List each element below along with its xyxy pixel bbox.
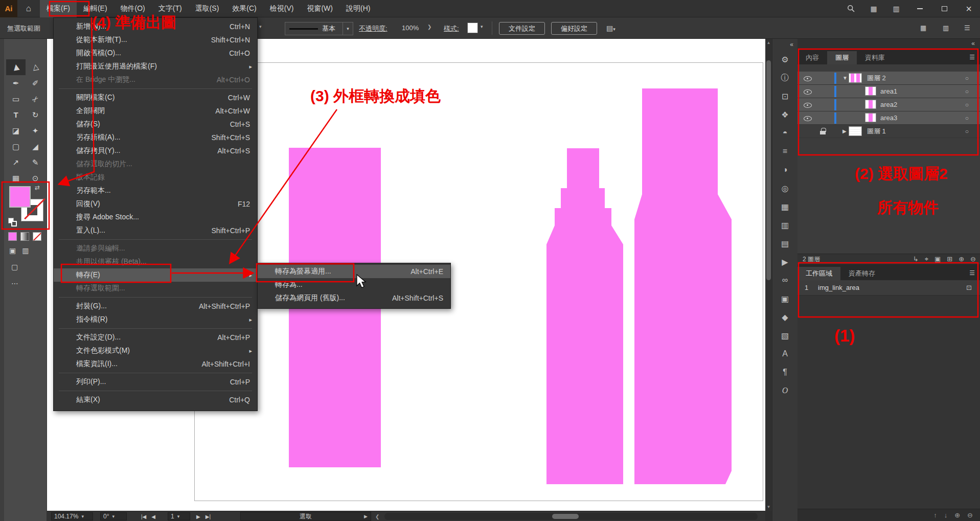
rectangle-tool[interactable] (6, 91, 26, 107)
visibility-icon[interactable] (804, 74, 812, 82)
artboard-nav-select[interactable]: 1▾ (168, 512, 190, 520)
expand-panels-icon[interactable]: « (790, 39, 797, 50)
target-icon[interactable] (965, 88, 969, 95)
file-menu-item-save-a-copy[interactable]: 儲存拷貝(Y)...Alt+Ctrl+S (54, 144, 257, 157)
stroke-style-select[interactable]: 基本 ▾ (285, 22, 353, 35)
transform-icon[interactable]: ▤ (772, 234, 798, 253)
tab-artboards[interactable]: 工作區域 (797, 267, 840, 280)
zoom-level-select[interactable]: 104.17%▾ (51, 512, 93, 520)
links-icon[interactable]: ∞ (772, 271, 798, 289)
change-screen-mode-icon[interactable]: ▢ (11, 263, 18, 271)
eraser-tool[interactable] (6, 123, 26, 139)
rotation-select[interactable]: 0°▾ (100, 512, 127, 520)
menu-view[interactable]: 檢視(V) (263, 0, 301, 17)
edit-toolbar-icon[interactable]: ⋯ (11, 279, 18, 287)
menu-select[interactable]: 選取(S) (189, 0, 226, 17)
close-button[interactable] (958, 0, 980, 17)
document-arrange-icon[interactable] (920, 24, 926, 32)
opacity-flyout-icon[interactable]: ❯ (427, 24, 431, 30)
tab-libraries[interactable]: 資料庫 (857, 51, 893, 64)
tab-properties[interactable]: 內容 (797, 51, 827, 64)
file-menu-item-save-as-template[interactable]: 另存範本... (54, 184, 257, 197)
layer-name[interactable]: area1 (880, 87, 897, 95)
draw-normal-icon[interactable]: ▣ (9, 246, 16, 255)
submenu-item-export-for-screens[interactable]: 轉存為螢幕適用...Alt+Ctrl+E (258, 265, 450, 278)
new-layer-icon[interactable]: ⊕ (959, 255, 964, 263)
horizontal-scrollbar[interactable] (384, 513, 758, 520)
file-menu-item-close[interactable]: 關閉檔案(C)Ctrl+W (54, 91, 257, 104)
preferences-button[interactable]: 偏好設定 (551, 22, 597, 35)
direct-selection-tool[interactable] (26, 59, 45, 75)
file-menu-item-new-from-template[interactable]: 從範本新增(T)...Shift+Ctrl+N (54, 33, 257, 47)
status-flyout-icon[interactable]: ▶ (364, 514, 368, 519)
minimize-button[interactable] (908, 0, 931, 17)
layer-row-area2[interactable]: area2 (797, 98, 980, 111)
opacity-value[interactable]: 100% (402, 24, 419, 32)
type-tool[interactable] (6, 107, 26, 123)
pen-tool[interactable] (6, 75, 26, 91)
file-menu-item-exit[interactable]: 結束(X)Ctrl+Q (54, 393, 257, 406)
menu-file[interactable]: 檔案(F) (40, 0, 77, 17)
tab-asset-export[interactable]: 資產轉存 (840, 267, 883, 280)
chevron-right-icon[interactable]: ▶ (842, 128, 847, 134)
file-menu-item-revert[interactable]: 回復(V)F12 (54, 197, 257, 211)
graph-icon[interactable]: ▥ (772, 216, 798, 234)
search-icon[interactable] (841, 0, 861, 17)
delete-layer-icon[interactable]: ⊖ (970, 255, 976, 263)
file-menu-item-place[interactable]: 置入(L)...Shift+Ctrl+P (54, 224, 257, 237)
menu-effect[interactable]: 效果(C) (225, 0, 263, 17)
gradient-mesh-icon[interactable]: ◓ (772, 124, 798, 142)
style-swatch[interactable] (467, 22, 478, 33)
vertical-scroll-thumb[interactable] (766, 60, 771, 280)
restore-button[interactable] (933, 0, 955, 17)
draw-behind-icon[interactable]: ▥ (22, 246, 29, 255)
splitter-icon[interactable]: ❮ (375, 512, 379, 520)
home-icon[interactable]: ⌂ (17, 0, 40, 17)
arrange-documents-icon[interactable] (886, 0, 906, 17)
stroke-icon[interactable]: ≡ (772, 142, 798, 161)
layer-name[interactable]: area2 (880, 101, 897, 108)
layer-row-area3[interactable]: area3 (797, 111, 980, 125)
workspace-switcher-icon[interactable] (863, 0, 884, 17)
file-menu-item-save[interactable]: 儲存(S)Ctrl+S (54, 118, 257, 131)
target-icon[interactable] (965, 115, 969, 122)
artboards-icon[interactable]: ⊡ (772, 87, 798, 105)
paintbrush-tool[interactable] (26, 75, 45, 91)
file-menu-item-document-setup[interactable]: 文件設定(D)...Alt+Ctrl+P (54, 331, 257, 344)
tool-options-icon[interactable]: ▤▾ (606, 24, 616, 32)
pencil-tool[interactable] (26, 154, 45, 170)
previous-artboard-icon[interactable]: ◀ (151, 514, 155, 519)
appearance-icon[interactable]: O (772, 381, 798, 400)
menu-window[interactable]: 視窗(W) (300, 0, 339, 17)
asset-export-icon[interactable]: ▣ (772, 289, 798, 308)
control-bar-menu-icon[interactable] (964, 24, 970, 32)
move-down-icon[interactable]: ↓ (944, 511, 948, 519)
character-icon[interactable]: A (772, 345, 798, 363)
target-icon[interactable] (965, 75, 969, 82)
file-menu-item-file-info[interactable]: 檔案資訊(I)...Alt+Shift+Ctrl+I (54, 357, 257, 371)
style-dropdown-icon[interactable]: ▾ (481, 24, 483, 29)
collapse-panels-icon[interactable]: « (971, 40, 975, 47)
new-artboard-icon[interactable]: ⊕ (954, 511, 960, 519)
menu-object[interactable]: 物件(O) (114, 0, 152, 17)
move-up-icon[interactable]: ↑ (933, 511, 937, 519)
visibility-icon[interactable] (804, 87, 812, 96)
chevron-down-icon[interactable]: ▼ (842, 75, 848, 81)
shear-tool[interactable] (6, 154, 26, 170)
tab-layers[interactable]: 圖層 (827, 51, 857, 64)
file-menu-item-search-adobe-stock[interactable]: 搜尋 Adobe Stock... (54, 211, 257, 224)
none-button[interactable] (33, 232, 41, 241)
make-mask-icon[interactable]: ▣ (935, 255, 941, 263)
actions-icon[interactable]: ▶ (772, 253, 798, 271)
properties-icon[interactable]: ⚙ (772, 50, 798, 69)
horizontal-scroll-thumb[interactable] (552, 514, 579, 519)
magic-wand-tool[interactable] (26, 123, 45, 139)
shape-tool[interactable] (6, 139, 26, 154)
swatches-icon[interactable]: ▦ (772, 197, 798, 216)
file-menu-item-package[interactable]: 封裝(G)...Alt+Shift+Ctrl+P (54, 300, 257, 313)
transparency-icon[interactable]: ◑ (772, 161, 798, 179)
gradient-icon[interactable]: ▧ (772, 326, 798, 345)
gradient-button[interactable] (20, 232, 29, 241)
layer-name[interactable]: 圖層 1 (867, 127, 886, 136)
fill-color-swatch[interactable] (9, 186, 31, 208)
